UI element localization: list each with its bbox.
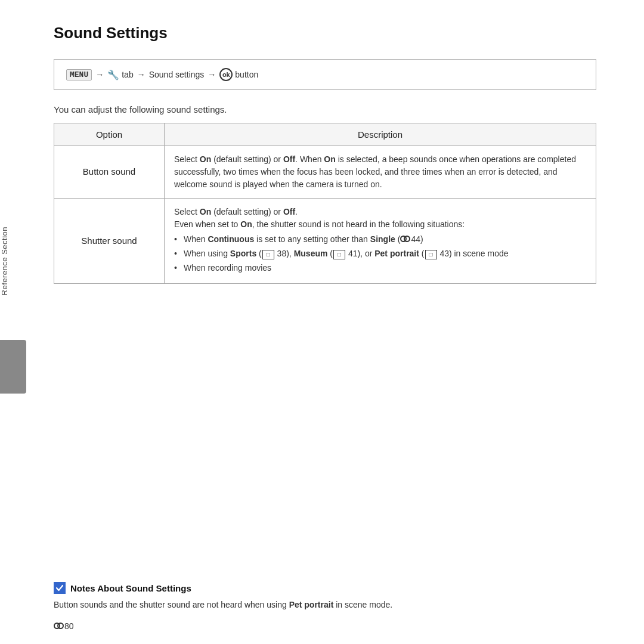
table-row: Shutter sound Select On (default setting… [54,199,596,284]
option-shutter-sound: Shutter sound [54,199,165,284]
nav-arrow-3: → [208,70,216,79]
ok-button-icon: ok [219,68,233,81]
sidebar-tab [0,340,26,394]
nav-sound-settings: Sound settings [149,70,205,79]
option-button-sound: Button sound [54,146,165,199]
sidebar-label: Reference Section [0,227,9,295]
link-ref-icon [400,235,411,242]
nav-box: MENU → 🔧 tab → Sound settings → ok butto… [54,59,596,90]
table-header-description: Description [165,123,596,146]
page-container: Sound Settings MENU → 🔧 tab → Sound sett… [0,0,644,644]
description-shutter-sound: Select On (default setting) or Off. Even… [165,199,596,284]
shutter-sound-bullets: When Continuous is set to any setting ot… [174,233,586,274]
page-footer: 80 [54,621,74,631]
page-title: Sound Settings [54,24,596,42]
checkmark-svg [55,584,64,592]
book-icon-museum: □ [333,250,345,259]
notes-title: Notes About Sound Settings [70,583,191,593]
wrench-icon: 🔧 [107,69,119,80]
book-icon-pet: □ [425,250,437,259]
table-header-option: Option [54,123,165,146]
notes-checkmark-icon [54,582,66,594]
nav-arrow-2: → [137,70,145,79]
footer-page-number: 80 [64,621,74,631]
footer-link-icon [54,622,64,629]
bullet-item: When Continuous is set to any setting ot… [174,233,586,246]
nav-button-text: button [235,70,258,79]
intro-text: You can adjust the following sound setti… [54,104,596,114]
table-row: Button sound Select On (default setting)… [54,146,596,199]
bullet-item: When recording movies [174,262,586,274]
book-icon-sports: □ [262,250,274,259]
bullet-item: When using Sports (□ 38), Museum (□ 41),… [174,247,586,260]
nav-tab-text: tab [122,70,133,79]
menu-key: MENU [66,69,92,80]
notes-section: Notes About Sound Settings Button sounds… [54,582,596,611]
notes-text: Button sounds and the shutter sound are … [54,599,596,611]
description-button-sound: Select On (default setting) or Off. When… [165,146,596,199]
settings-table: Option Description Button sound Select O… [54,123,596,284]
notes-header: Notes About Sound Settings [54,582,596,594]
nav-arrow-1: → [95,70,104,79]
